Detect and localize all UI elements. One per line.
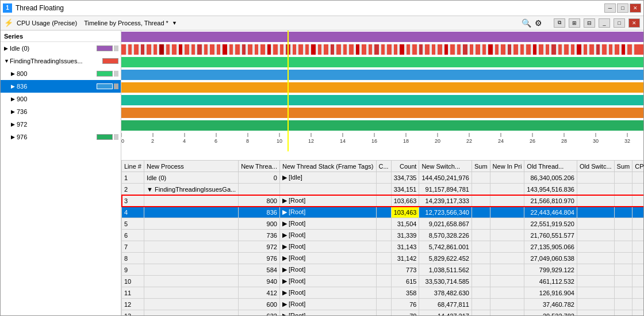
minimize-button[interactable]: ─ [604, 3, 616, 13]
col-newswitch[interactable]: New Switch... [419, 161, 472, 172]
table-row[interactable]: 3800▶ [Root]103,66314,239,117,33321,566,… [122, 195, 644, 207]
cell-line: 10 [122, 276, 144, 287]
svg-text:30: 30 [593, 138, 599, 144]
cell-cpu: 7 [632, 172, 643, 184]
col-thread[interactable]: New Threa... [239, 161, 280, 172]
cell-oldthread: 37,460.782 [524, 299, 577, 310]
cell-thread: 600 [239, 299, 280, 310]
data-table-container[interactable]: Line # New Process New Threa... New Thre… [121, 160, 643, 315]
cell-line: 6 [122, 230, 144, 241]
col-oldthread[interactable]: Old Thread... [524, 161, 577, 172]
table-row[interactable]: 7972▶ [Root]31,1435,742,861.00127,135,90… [122, 241, 644, 253]
svg-rect-20 [235, 44, 240, 55]
table-row[interactable]: 5900▶ [Root]31,5049,021,658.86722,551,91… [122, 218, 644, 230]
series-item-900[interactable]: ▶ 900 [1, 93, 121, 105]
window-minimize[interactable]: _ [599, 18, 610, 28]
tile-button[interactable]: ⊞ [569, 18, 580, 28]
table-row[interactable]: 11412▶ [Root]358378,482.630126,916.9042 [122, 287, 644, 299]
cell-oldswitch [577, 195, 614, 207]
table-header-row: Line # New Process New Threa... New Thre… [122, 161, 644, 172]
svg-rect-21 [242, 44, 246, 55]
search-icon[interactable]: 🔍 [522, 18, 531, 28]
series-item-800[interactable]: ▶ 800 [1, 67, 121, 80]
timeline-svg: 0 2 4 6 8 10 12 14 [121, 31, 643, 151]
series-color-976 [97, 134, 113, 140]
cell-stack: ▶ [Root] [279, 218, 376, 230]
table-row[interactable]: 8976▶ [Root]31,1425,829,622.45227,049,06… [122, 253, 644, 264]
cell-oldswitch [577, 253, 614, 264]
col-process[interactable]: New Process [144, 161, 238, 172]
window-close[interactable]: ✕ [628, 18, 640, 28]
table-row[interactable]: 2▼ FindingThreadingIssuesGa...334,15191,… [122, 184, 644, 195]
svg-rect-81 [622, 44, 625, 55]
timeline-area[interactable]: 0 2 4 6 8 10 12 14 [121, 31, 643, 160]
table-row[interactable]: 9584▶ [Root]7731,038,511.562799,929.1222 [122, 264, 644, 276]
svg-rect-23 [255, 44, 258, 55]
col-cpu[interactable]: CPU [632, 161, 643, 172]
expand-arrow-976[interactable]: ▶ [11, 134, 17, 140]
series-item-736[interactable]: ▶ 736 [1, 105, 121, 118]
col-oldswitch[interactable]: Old Switc... [577, 161, 614, 172]
cell-stack: ▶ [Root] [279, 241, 376, 253]
col-newpri[interactable]: New In Pri [490, 161, 524, 172]
window-maximize[interactable]: □ [614, 18, 625, 28]
cell-sum1 [471, 299, 490, 310]
series-item-976[interactable]: ▶ 976 [1, 131, 121, 143]
col-c[interactable]: C... [376, 161, 391, 172]
col-sum2[interactable]: Sum [614, 161, 632, 172]
series-item-836[interactable]: ▶ 836 [1, 80, 121, 93]
expand-arrow-finding[interactable]: ▼ [4, 58, 10, 64]
series-item-idle[interactable]: ▶ Idle (0) [1, 42, 121, 55]
cell-line: 9 [122, 264, 144, 276]
svg-rect-82 [627, 44, 632, 55]
series-list: ▶ Idle (0) ▼ FindingThreadingIssues... ▶… [1, 42, 121, 315]
series-color-836 [97, 83, 113, 89]
col-stack[interactable]: New Thread Stack (Frame Tags) [279, 161, 376, 172]
cell-process [144, 218, 238, 230]
col-count[interactable]: Count [391, 161, 419, 172]
series-color-idle [97, 45, 113, 51]
cell-process [144, 264, 238, 276]
col-line[interactable]: Line # [122, 161, 144, 172]
series-item-finding[interactable]: ▼ FindingThreadingIssues... [1, 55, 121, 67]
cell-stack [279, 184, 376, 195]
expand-arrow-900[interactable]: ▶ [11, 96, 17, 102]
svg-rect-87 [121, 95, 643, 105]
restore-button[interactable]: ⧉ [554, 18, 565, 28]
expand-arrow-736[interactable]: ▶ [11, 109, 17, 115]
svg-rect-68 [539, 44, 543, 55]
table-row[interactable]: 10940▶ [Root]61533,530,714.585461,112.53… [122, 276, 644, 287]
expand-arrow-800[interactable]: ▶ [11, 71, 17, 77]
settings-icon[interactable]: ⚙ [535, 18, 542, 28]
cell-thread [239, 184, 280, 195]
cell-newswitch: 378,482.630 [419, 287, 472, 299]
cell-sum2 [614, 299, 632, 310]
cell-c [376, 276, 391, 287]
svg-rect-6 [147, 44, 151, 55]
table-row[interactable]: 12600▶ [Root]7668,477,81137,460.7822 [122, 299, 644, 310]
table-row[interactable]: 6736▶ [Root]31,3398,570,328.22621,760,55… [122, 230, 644, 241]
expand-arrow-836[interactable]: ▶ [11, 83, 17, 89]
cell-sum2 [614, 276, 632, 287]
expand-arrow-idle[interactable]: ▶ [4, 45, 10, 51]
svg-rect-9 [166, 44, 170, 55]
cell-oldswitch [577, 287, 614, 299]
cell-thread: 584 [239, 264, 280, 276]
svg-rect-2 [121, 44, 126, 55]
series-item-972[interactable]: ▶ 972 [1, 118, 121, 131]
svg-rect-52 [438, 44, 442, 55]
expand-arrow-972[interactable]: ▶ [11, 121, 17, 127]
svg-rect-62 [501, 44, 505, 55]
table-row[interactable]: 4836▶ [Root]103,46312,723,566,34022,443,… [122, 207, 644, 218]
series-label-736: 736 [17, 108, 118, 115]
dropdown-arrow[interactable]: ▼ [172, 20, 177, 26]
table-row[interactable]: 1Idle (0)0▶ [Idle]334,735144,450,241,976… [122, 172, 644, 184]
col-sum1[interactable]: Sum [471, 161, 490, 172]
toolbar-subtitle: Timeline by Process, Thread * [84, 20, 168, 26]
table-row[interactable]: 13632▶ [Root]7014,427,21720,522.7822 [122, 310, 644, 316]
panel-button[interactable]: ⊟ [584, 18, 595, 28]
maximize-button[interactable]: □ [617, 3, 628, 13]
svg-text:22: 22 [466, 138, 472, 144]
data-table: Line # New Process New Threa... New Thre… [121, 160, 643, 315]
close-button[interactable]: ✕ [630, 3, 641, 13]
